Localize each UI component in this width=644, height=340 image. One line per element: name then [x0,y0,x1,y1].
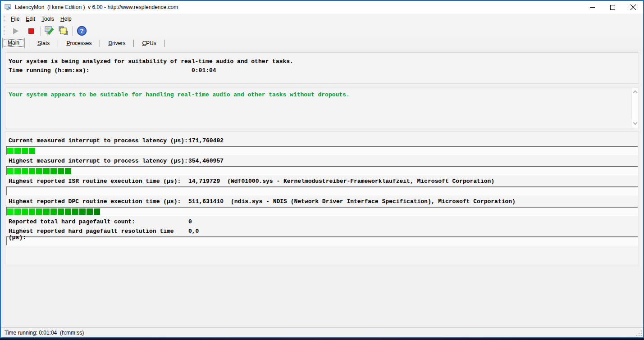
bar-segment [36,209,42,215]
tab-stats[interactable]: Stats [33,39,54,48]
bar-segment [22,209,28,215]
analysis-box: Your system is being analyzed for suitab… [5,52,639,84]
stat-extra-info: (ndis.sys - NDIS (Network Driver Interfa… [231,199,516,205]
app-window: LatencyMon (Home Edition ) v 6.00 - http… [0,0,644,338]
analysis-text: Your system is being analyzed for suitab… [9,59,293,65]
status-bar: Time running: 0:01:04 (h:mm:ss) [1,327,643,337]
stat-value: 171,760402 [188,138,224,144]
tab-separator [100,40,100,47]
bar-segment [14,148,21,154]
resize-grip-icon[interactable] [636,331,642,336]
rebar-gripper[interactable] [4,15,5,22]
stat-label: Highest measured interrupt to process la… [9,158,188,164]
main-panel: Your system is being analyzed for suitab… [1,48,643,327]
tab-drivers[interactable]: Drivers [104,39,129,48]
stat-label: Highest reported ISR routine execution t… [9,178,188,185]
minimize-icon [590,5,595,10]
bar-segment [29,148,35,154]
bar-segment [43,168,50,174]
stat-label: Current measured interrupt to process la… [9,138,188,144]
bar-segment [72,209,78,215]
stat-value: 0,0 [188,228,199,235]
latency-progress-bar [6,146,638,155]
title-bar: LatencyMon (Home Edition ) v 6.00 - http… [1,1,643,14]
close-icon [630,5,636,10]
bar-segment [58,168,64,174]
bar-segment [79,209,86,215]
verdict-scrollbar[interactable] [631,88,638,127]
status-text: Time running: 0:01:04 (h:mm:ss) [5,330,84,336]
stacked-windows-icon [58,26,69,36]
maximize-button[interactable] [603,1,623,14]
tab-separator [164,40,165,47]
latency-progress-bar [6,186,638,195]
latency-progress-bar [6,207,638,216]
desktop-background [0,338,644,340]
stat-label: Highest reported DPC routine execution t… [9,199,188,205]
stats-rows: Current measured interrupt to process la… [5,138,639,245]
bar-segment [94,209,100,215]
tab-main[interactable]: Main [2,38,25,48]
stat-row: Highest reported ISR routine execution t… [5,178,639,195]
scroll-down-icon[interactable] [633,121,637,125]
latency-progress-bar [6,166,638,175]
toolbar-separator [72,26,73,36]
play-icon [13,28,18,34]
bar-segment [7,168,14,174]
menu-file[interactable]: File [8,14,23,23]
bar-segment [14,168,21,174]
bar-segment [65,209,71,215]
bar-segment [14,209,21,215]
verdict-text: Your system appears to be suitable for h… [9,91,631,98]
rebar-gripper[interactable] [4,26,5,36]
stat-row: Highest measured interrupt to process la… [5,158,639,175]
window-title: LatencyMon (Home Edition ) v 6.00 - http… [15,4,178,10]
stat-extra-info: (Wdf01000.sys - Kernelmodustreiber-Frame… [227,178,494,185]
stat-value: 14,719729 [188,178,220,185]
scroll-up-icon[interactable] [633,91,637,95]
menu-edit[interactable]: Edit [23,14,38,23]
menu-tools[interactable]: Tools [38,14,57,23]
stop-monitor-button[interactable] [25,25,37,36]
latency-progress-bar [6,236,638,245]
start-monitor-button[interactable] [9,25,22,36]
help-button[interactable]: ? [76,25,88,36]
stat-row: Highest reported DPC routine execution t… [5,199,639,216]
tab-cpus[interactable]: CPUs [138,39,160,48]
options-button[interactable] [44,25,56,36]
stat-row: Reported total hard pagefault count:0 [5,219,639,225]
bar-segment [58,209,64,215]
tab-separator [29,40,29,47]
stat-row: Highest reported hard pagefault resoluti… [5,228,639,245]
bar-segment [29,209,35,215]
bar-segment [7,209,14,215]
bar-segment [65,168,71,174]
bar-segment [29,168,35,174]
time-running-label: Time running (h:mm:ss): [9,68,192,74]
maximize-icon [610,5,615,10]
monitor-wand-icon [44,26,55,36]
stat-value: 0 [188,219,192,225]
verdict-box: Your system appears to be suitable for h… [5,87,639,128]
bar-segment [87,209,93,215]
stat-row: Current measured interrupt to process la… [5,138,639,155]
bar-segment [50,209,57,215]
menu-bar: File Edit Tools Help [1,14,643,24]
bar-segment [7,148,14,154]
report-button[interactable] [57,25,69,36]
bar-segment [22,148,28,154]
close-button[interactable] [623,1,643,14]
tab-processes[interactable]: Processes [62,39,96,48]
bar-segment [43,209,50,215]
toolbar-separator [40,26,41,36]
bar-segment [22,168,28,174]
tab-strip: Main Stats Processes Drivers CPUs [1,38,643,48]
stats-box: Current measured interrupt to process la… [5,131,639,266]
minimize-button[interactable] [582,1,603,14]
svg-text:?: ? [80,27,84,34]
help-icon: ? [77,26,87,36]
bar-segment [50,168,57,174]
app-icon [5,4,12,11]
bar-segment [36,168,42,174]
menu-help[interactable]: Help [57,14,75,23]
